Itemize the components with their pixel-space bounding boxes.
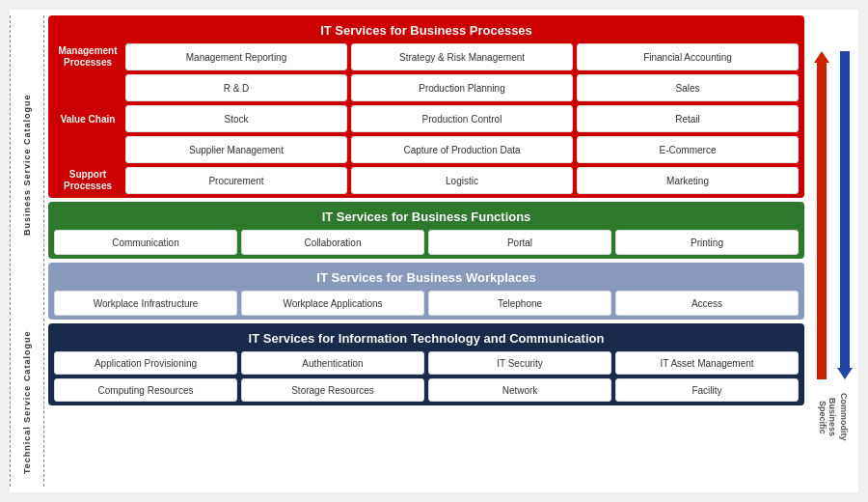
navy-1-2: Network (428, 378, 611, 402)
navy-section: IT Services for Information Technology a… (48, 323, 804, 405)
management-label: Management Processes (54, 43, 122, 70)
vc-row-1: Stock Production Control Retail (125, 105, 799, 132)
green-item-2: Portal (428, 230, 611, 255)
blue-section: IT Services for Business Workplaces Work… (48, 263, 804, 320)
vc-1-1: Production Control (351, 105, 573, 132)
vc-2-2: E-Commerce (577, 136, 799, 163)
diagram-wrapper: Business Service Catalogue Technical Ser… (10, 10, 858, 492)
vc-row-2: Supplier Management Capture of Productio… (125, 136, 799, 163)
bsc-label: Business Service Catalogue (10, 15, 44, 315)
support-item-0: Procurement (125, 167, 347, 194)
support-label: Support Processes (54, 167, 122, 194)
arrow-up-col (811, 51, 832, 379)
value-chain-group: Value Chain R & D Production Planning Sa… (54, 74, 799, 163)
arrow-up-shaft (817, 63, 827, 379)
red-section-title: IT Services for Business Processes (54, 19, 799, 43)
green-item-3: Printing (615, 230, 799, 255)
green-item-0: Communication (54, 230, 237, 255)
support-row: Support Processes Procurement Logistic M… (54, 167, 799, 194)
mgmt-item-1: Strategy & Risk Management (351, 43, 573, 70)
navy-0-0: Application Provisioning (54, 351, 237, 375)
navy-items: Application Provisioning Authentication … (54, 351, 799, 402)
arrows-combined (811, 51, 855, 379)
navy-section-title: IT Services for Information Technology a… (54, 327, 799, 351)
blue-item-2: Telephone (428, 291, 611, 316)
navy-1-1: Storage Resources (241, 378, 424, 402)
red-inner: Management Processes Management Reportin… (54, 43, 799, 194)
tsc-label: Technical Service Catalogue (10, 319, 44, 487)
right-arrows-area: Business Specific Commodity (808, 10, 858, 492)
value-chain-rows: R & D Production Planning Sales Stock Pr… (125, 74, 799, 163)
vc-2-0: Supplier Management (125, 136, 347, 163)
main-content: IT Services for Business Processes Manag… (44, 10, 808, 492)
navy-1-0: Computing Resources (54, 378, 237, 402)
support-item-1: Logistic (351, 167, 573, 194)
blue-item-0: Workplace Infrastructure (54, 291, 237, 316)
navy-row-1: Computing Resources Storage Resources Ne… (54, 378, 799, 402)
green-section: IT Services for Business Functions Commu… (48, 202, 804, 259)
vc-0-1: Production Planning (351, 74, 573, 101)
right-label-commodity: Commodity (839, 383, 849, 451)
navy-row-0: Application Provisioning Authentication … (54, 351, 799, 375)
vc-row-0: R & D Production Planning Sales (125, 74, 799, 101)
mgmt-item-2: Financial Accounting (577, 43, 799, 70)
management-row: Management Processes Management Reportin… (54, 43, 799, 70)
blue-item-3: Access (615, 291, 799, 316)
green-items: Communication Collaboration Portal Print… (54, 230, 799, 255)
support-items: Procurement Logistic Marketing (125, 167, 799, 194)
management-items: Management Reporting Strategy & Risk Man… (125, 43, 799, 70)
vc-1-0: Stock (125, 105, 347, 132)
value-chain-label: Value Chain (54, 74, 122, 163)
navy-0-3: IT Asset Management (615, 351, 799, 375)
vc-2-1: Capture of Production Data (351, 136, 573, 163)
green-item-1: Collaboration (241, 230, 424, 255)
arrow-down-col (834, 51, 855, 379)
mgmt-item-0: Management Reporting (125, 43, 347, 70)
blue-items: Workplace Infrastructure Workplace Appli… (54, 291, 799, 316)
green-section-title: IT Services for Business Functions (54, 206, 799, 230)
arrow-up-head (814, 51, 829, 63)
arrow-down-head (837, 368, 853, 379)
red-section: IT Services for Business Processes Manag… (48, 15, 804, 198)
blue-section-title: IT Services for Business Workplaces (54, 266, 799, 291)
vc-1-2: Retail (577, 105, 799, 132)
vc-0-0: R & D (125, 74, 347, 101)
left-labels: Business Service Catalogue Technical Ser… (10, 10, 44, 492)
navy-0-1: Authentication (241, 351, 424, 375)
blue-item-1: Workplace Applications (241, 291, 424, 316)
arrow-down-shaft (840, 51, 850, 368)
right-label-business-specific: Business Specific (818, 383, 837, 451)
vc-0-2: Sales (577, 74, 799, 101)
navy-1-3: Facility (615, 378, 799, 402)
navy-0-2: IT Security (428, 351, 611, 375)
support-item-2: Marketing (577, 167, 799, 194)
